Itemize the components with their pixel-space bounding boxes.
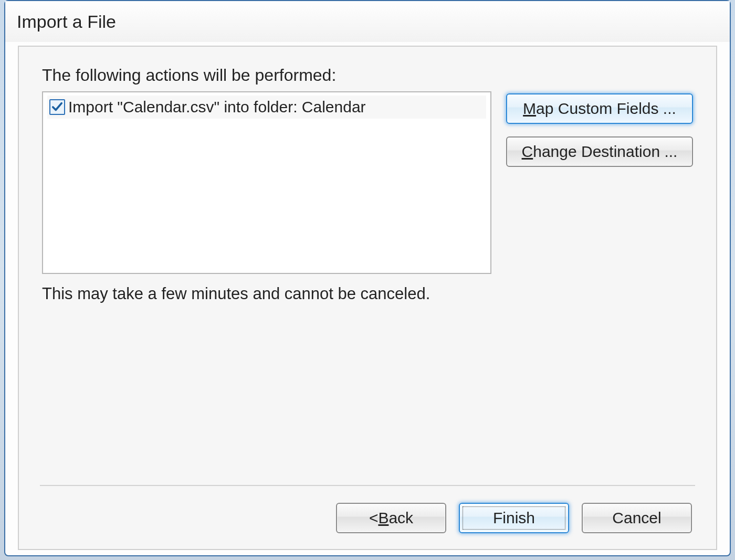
- cancel-button[interactable]: Cancel: [582, 503, 692, 533]
- back-button[interactable]: < Back: [336, 503, 446, 533]
- import-file-dialog: Import a File The following actions will…: [4, 0, 731, 556]
- middle-row: Import "Calendar.csv" into folder: Calen…: [42, 91, 693, 274]
- back-btn-underline: B: [378, 509, 388, 527]
- change-destination-button[interactable]: Change Destination ...: [506, 136, 693, 167]
- separator: [40, 485, 695, 486]
- change-btn-post: hange Destination ...: [533, 143, 677, 161]
- note-label: This may take a few minutes and cannot b…: [42, 284, 693, 303]
- action-item[interactable]: Import "Calendar.csv" into folder: Calen…: [47, 96, 486, 119]
- actions-prompt-label: The following actions will be performed:: [42, 66, 693, 85]
- map-btn-post: ap Custom Fields ...: [536, 100, 676, 118]
- map-btn-underline: M: [523, 100, 536, 118]
- map-custom-fields-button[interactable]: Map Custom Fields ...: [506, 93, 693, 124]
- actions-list[interactable]: Import "Calendar.csv" into folder: Calen…: [42, 91, 491, 274]
- cancel-label: Cancel: [612, 509, 661, 527]
- finish-label: Finish: [493, 509, 535, 527]
- side-buttons: Map Custom Fields ... Change Destination…: [506, 91, 693, 274]
- change-btn-underline: C: [522, 143, 533, 161]
- dialog-title: Import a File: [17, 12, 116, 32]
- client-area: The following actions will be performed:…: [18, 46, 717, 550]
- back-btn-post: ack: [388, 509, 413, 527]
- spacer: [42, 303, 693, 485]
- action-item-label: Import "Calendar.csv" into folder: Calen…: [68, 98, 366, 116]
- finish-button[interactable]: Finish: [459, 503, 569, 533]
- nav-buttons: < Back Finish Cancel: [42, 503, 693, 536]
- back-btn-pre: <: [369, 509, 379, 527]
- title-bar: Import a File: [5, 1, 730, 43]
- checkbox-icon[interactable]: [49, 99, 65, 115]
